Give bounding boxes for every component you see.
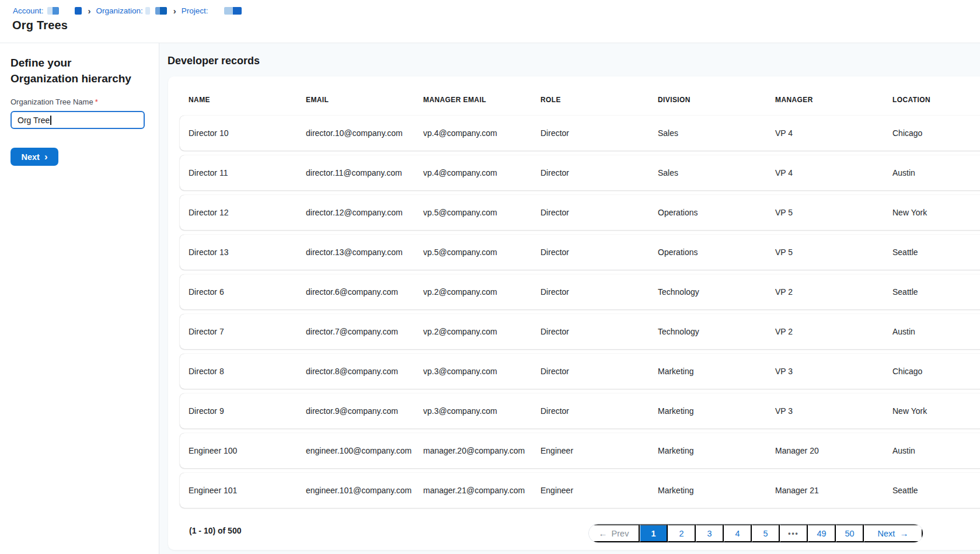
table-cell: Director 13	[189, 248, 306, 257]
arrow-right-icon	[899, 528, 908, 538]
table-cell: Marketing	[658, 406, 775, 416]
redacted-project-value	[224, 7, 242, 15]
page-button[interactable]: 5	[752, 524, 780, 542]
breadcrumb-account-link[interactable]: Account:	[13, 6, 44, 15]
main-content: Developer records NAMEEMAILMANAGER EMAIL…	[159, 43, 980, 554]
table-cell: director.7@company.com	[306, 327, 423, 336]
column-header: MANAGER EMAIL	[423, 96, 540, 104]
next-button[interactable]: Next	[11, 148, 58, 166]
breadcrumb-project-link[interactable]: Project:	[182, 6, 208, 15]
table-cell: Marketing	[658, 446, 775, 455]
next-button-label: Next	[21, 152, 39, 162]
breadcrumb-organization-link[interactable]: Organization:	[96, 6, 143, 15]
table-cell: director.6@company.com	[306, 287, 423, 297]
table-cell: Engineer	[540, 446, 658, 455]
table-cell: Marketing	[658, 486, 775, 495]
table-cell: Director	[540, 208, 658, 217]
table-cell: Seattle	[892, 287, 980, 297]
table-cell: Chicago	[892, 367, 980, 376]
table-cell: Director	[540, 406, 658, 416]
text-cursor	[50, 116, 51, 125]
table-cell: Director	[540, 128, 658, 138]
table-row: Director 11director.11@company.comvp.4@c…	[180, 155, 980, 190]
chevron-right-icon	[173, 6, 176, 15]
table-cell: engineer.100@company.com	[306, 446, 423, 455]
breadcrumb: Account: Organization: Project:	[13, 5, 242, 16]
table-cell: Director	[540, 367, 658, 376]
table-cell: Director 9	[189, 406, 306, 416]
required-asterisk: *	[95, 97, 98, 106]
table-cell: New York	[892, 208, 980, 217]
table-cell: Director 6	[189, 287, 306, 297]
page-button[interactable]: 50	[836, 524, 864, 542]
column-header: MANAGER	[775, 96, 892, 104]
prev-page-button[interactable]: Prev	[589, 524, 640, 542]
table-cell: Seattle	[892, 248, 980, 257]
table-cell: Director 10	[189, 128, 306, 138]
next-label: Next	[878, 529, 895, 538]
org-tree-name-label-text: Organization Tree Name	[11, 97, 93, 106]
table-cell: VP 5	[775, 208, 892, 217]
table-cell: Operations	[658, 208, 775, 217]
page-button[interactable]: 4	[724, 524, 752, 542]
table-cell: Manager 20	[775, 446, 892, 455]
table-cell: manager.20@company.com	[423, 446, 540, 455]
table-cell: vp.2@company.com	[423, 327, 540, 336]
chevron-right-icon	[88, 6, 91, 15]
table-cell: VP 2	[775, 327, 892, 336]
next-page-button[interactable]: Next	[864, 524, 923, 542]
redacted-organization-value	[145, 7, 150, 15]
table-cell: director.10@company.com	[306, 128, 423, 138]
pagination-summary: (1 - 10) of 500	[189, 526, 241, 535]
table-row: Director 12director.12@company.comvp.5@c…	[180, 195, 980, 230]
sidebar-define-hierarchy: Define your Organization hierarchy Organ…	[0, 43, 159, 554]
table-cell: Austin	[892, 327, 980, 336]
pagination: Prev 12345•••4950 Next	[588, 524, 923, 543]
table-row: Director 10director.10@company.comvp.4@c…	[180, 116, 980, 151]
table-cell: Sales	[658, 128, 775, 138]
records-table-card: NAMEEMAILMANAGER EMAILROLEDIVISIONMANAGE…	[168, 76, 980, 550]
table-row: Engineer 101engineer.101@company.commana…	[180, 473, 980, 508]
table-cell: Sales	[658, 168, 775, 177]
developer-records-heading: Developer records	[168, 55, 260, 67]
page-button[interactable]: 3	[696, 524, 724, 542]
chevron-right-icon	[44, 152, 48, 162]
top-header: Account: Organization: Project: Org Tree…	[0, 0, 980, 43]
prev-label: Prev	[612, 529, 629, 538]
pagination-ellipsis: •••	[780, 524, 808, 542]
column-header: EMAIL	[306, 96, 423, 104]
table-cell: vp.4@company.com	[423, 168, 540, 177]
table-cell: director.12@company.com	[306, 208, 423, 217]
table-cell: Director	[540, 287, 658, 297]
table-cell: vp.3@company.com	[423, 367, 540, 376]
redacted-account-value	[75, 7, 82, 15]
table-row: Director 6director.6@company.comvp.2@com…	[180, 274, 980, 309]
table-cell: Director 8	[189, 367, 306, 376]
redacted-account-value	[47, 7, 59, 15]
table-cell: vp.3@company.com	[423, 406, 540, 416]
table-cell: VP 3	[775, 367, 892, 376]
sidebar-heading: Define your Organization hierarchy	[11, 55, 148, 86]
page-button[interactable]: 2	[668, 524, 696, 542]
page-button[interactable]: 1	[640, 524, 668, 542]
column-header: NAME	[189, 96, 306, 104]
table-cell: VP 3	[775, 406, 892, 416]
table-cell: director.8@company.com	[306, 367, 423, 376]
table-cell: Austin	[892, 168, 980, 177]
table-body: Director 10director.10@company.comvp.4@c…	[180, 116, 980, 513]
table-cell: Technology	[658, 327, 775, 336]
table-cell: Engineer 101	[189, 486, 306, 495]
table-cell: Operations	[658, 248, 775, 257]
org-tree-name-input[interactable]: Org Tree	[11, 111, 145, 129]
table-row: Director 9director.9@company.comvp.3@com…	[180, 393, 980, 428]
org-tree-name-value: Org Tree	[18, 116, 50, 125]
table-row: Director 7director.7@company.comvp.2@com…	[180, 314, 980, 349]
table-cell: director.13@company.com	[306, 248, 423, 257]
table-cell: director.9@company.com	[306, 406, 423, 416]
table-cell: Technology	[658, 287, 775, 297]
table-cell: VP 4	[775, 168, 892, 177]
table-cell: Engineer 100	[189, 446, 306, 455]
table-cell: Director	[540, 327, 658, 336]
page-button[interactable]: 49	[808, 524, 836, 542]
column-header: ROLE	[540, 96, 658, 104]
